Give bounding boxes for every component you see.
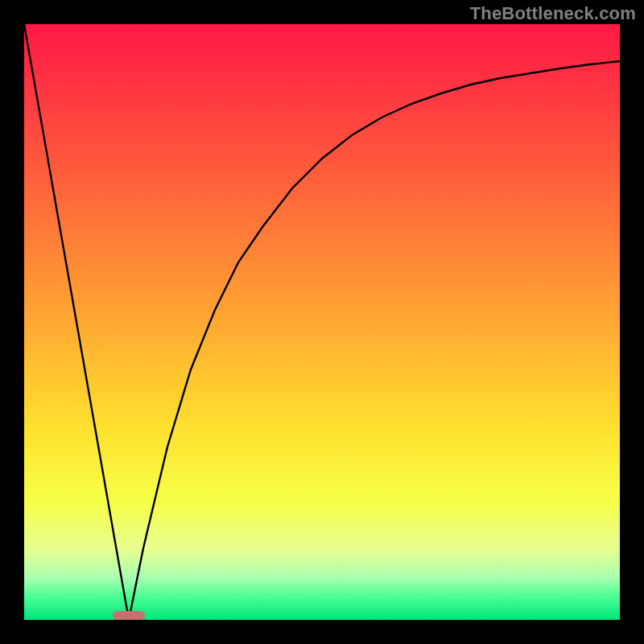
plot-area — [24, 24, 620, 620]
curve-left-branch — [24, 24, 129, 620]
curve-svg — [24, 24, 620, 620]
chart-frame: TheBottleneck.com — [0, 0, 644, 644]
curve-right-branch — [129, 61, 620, 620]
minimum-marker — [113, 611, 145, 620]
watermark-text: TheBottleneck.com — [470, 3, 636, 24]
